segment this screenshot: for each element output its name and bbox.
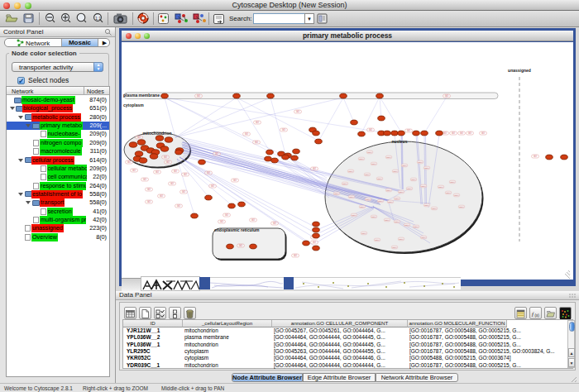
svg-text:GO:x: GO:x xyxy=(395,221,400,222)
svg-text:GO: GO xyxy=(197,94,200,98)
svg-text:GO: GO xyxy=(177,204,180,208)
svg-text:nucleus: nucleus xyxy=(392,139,408,144)
svg-text:GO: GO xyxy=(174,170,177,173)
svg-text:GO: GO xyxy=(166,160,170,164)
svg-text:GO:x: GO:x xyxy=(385,219,390,221)
svg-text:GO:x: GO:x xyxy=(386,156,391,158)
svg-text:GO: GO xyxy=(313,167,316,170)
svg-text:GO: GO xyxy=(215,152,218,155)
svg-text:GO:x: GO:x xyxy=(450,181,455,183)
svg-text:GO: GO xyxy=(127,160,131,164)
svg-text:GO: GO xyxy=(132,169,136,172)
svg-text:GO:x: GO:x xyxy=(432,208,437,209)
svg-text:GO:x: GO:x xyxy=(421,237,426,238)
svg-text:GO: GO xyxy=(245,132,248,136)
svg-text:GO:x: GO:x xyxy=(418,161,423,163)
svg-text:GO: GO xyxy=(225,213,228,217)
svg-text:GO: GO xyxy=(296,110,299,113)
svg-text:GO: GO xyxy=(184,173,187,176)
svg-text:GO: GO xyxy=(255,141,258,144)
svg-text:GO:x: GO:x xyxy=(424,167,429,169)
svg-text:GO: GO xyxy=(143,178,146,181)
svg-text:GO:x: GO:x xyxy=(402,165,407,166)
svg-text:GO: GO xyxy=(137,136,141,139)
svg-text:GO:x: GO:x xyxy=(366,198,371,200)
svg-text:GO:x: GO:x xyxy=(367,151,372,153)
svg-text:GO: GO xyxy=(147,188,151,191)
svg-text:GO:x: GO:x xyxy=(454,194,459,196)
svg-text:GO:x: GO:x xyxy=(395,198,400,199)
svg-text:GO:x: GO:x xyxy=(352,214,356,216)
svg-text:plasma membrane: plasma membrane xyxy=(123,93,160,98)
svg-text:GO: GO xyxy=(445,94,448,98)
svg-text:mitochondrion: mitochondrion xyxy=(143,131,172,136)
svg-text:GO: GO xyxy=(468,131,471,135)
svg-text:GO:x: GO:x xyxy=(386,189,391,191)
svg-text:GO: GO xyxy=(369,128,372,131)
svg-text:GO:x: GO:x xyxy=(399,238,404,240)
svg-text:GO:x: GO:x xyxy=(360,206,365,208)
svg-text:GO:x: GO:x xyxy=(407,188,412,189)
svg-text:GO:x: GO:x xyxy=(424,204,429,206)
svg-text:GO: GO xyxy=(164,155,167,159)
svg-text:GO:x: GO:x xyxy=(414,226,419,227)
svg-text:GO:x: GO:x xyxy=(392,246,397,248)
svg-text:GO:x: GO:x xyxy=(348,170,353,172)
svg-text:GO:x: GO:x xyxy=(375,239,380,241)
svg-text:endoplasmic reticulum: endoplasmic reticulum xyxy=(214,227,260,232)
svg-text:GO:x: GO:x xyxy=(459,206,464,208)
svg-text:GO: GO xyxy=(147,200,151,203)
svg-text:GO:x: GO:x xyxy=(411,179,416,180)
svg-text:1:1: 1:1 xyxy=(95,16,101,21)
svg-text:GO:x: GO:x xyxy=(342,183,347,184)
svg-text:GO: GO xyxy=(256,121,259,124)
svg-text:GO: GO xyxy=(233,179,237,182)
svg-text:GO:x: GO:x xyxy=(361,232,366,234)
svg-text:GO:x: GO:x xyxy=(446,192,451,194)
svg-text:GO:x: GO:x xyxy=(377,178,382,179)
svg-text:cytoplasm: cytoplasm xyxy=(123,103,144,108)
svg-text:GO: GO xyxy=(452,131,455,135)
svg-text:GO: GO xyxy=(160,194,163,198)
svg-text:GO:x: GO:x xyxy=(393,170,398,172)
svg-text:GO: GO xyxy=(282,128,285,131)
svg-text:GO: GO xyxy=(443,131,447,135)
svg-text:GO: GO xyxy=(481,131,485,135)
svg-text:GO:x: GO:x xyxy=(365,174,370,175)
svg-text:GO:x: GO:x xyxy=(349,196,354,198)
svg-text:GO: GO xyxy=(211,184,214,188)
svg-text:GO:x: GO:x xyxy=(371,163,376,165)
svg-text:GO: GO xyxy=(156,170,159,174)
svg-text:GO: GO xyxy=(182,190,185,194)
svg-text:GO:x: GO:x xyxy=(334,193,339,194)
svg-text:GO: GO xyxy=(534,155,537,158)
svg-text:GO: GO xyxy=(407,129,410,132)
svg-text:GO:x: GO:x xyxy=(399,191,404,193)
svg-text:GO: GO xyxy=(170,182,174,185)
svg-text:GO: GO xyxy=(294,254,297,257)
svg-text:GO: GO xyxy=(239,244,242,247)
svg-text:GO: GO xyxy=(273,222,276,225)
svg-text:(x): (x) xyxy=(535,313,540,318)
svg-text:GO:x: GO:x xyxy=(371,216,376,218)
svg-text:GO: GO xyxy=(207,171,210,174)
svg-text:GO:x: GO:x xyxy=(378,200,383,202)
svg-text:GO:x: GO:x xyxy=(359,158,364,160)
svg-text:GO: GO xyxy=(460,131,463,135)
svg-text:GO:x: GO:x xyxy=(404,224,409,226)
svg-text:GO: GO xyxy=(220,220,223,223)
svg-text:GO: GO xyxy=(251,218,255,222)
svg-text:unassigned: unassigned xyxy=(508,68,531,73)
svg-text:GO:x: GO:x xyxy=(388,201,393,203)
svg-text:GO: GO xyxy=(313,241,316,244)
svg-text:GO:x: GO:x xyxy=(421,185,426,187)
svg-text:GO:x: GO:x xyxy=(438,186,443,188)
